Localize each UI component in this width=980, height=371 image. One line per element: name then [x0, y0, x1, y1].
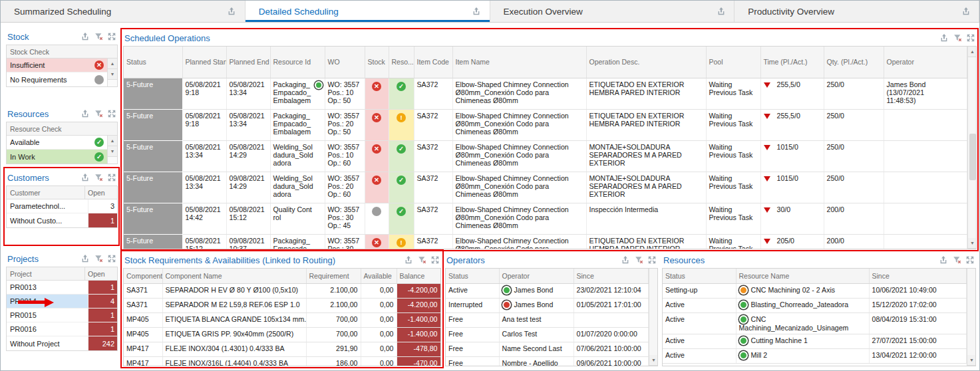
operator-row[interactable]: FreeNombre - Apellido09/06/2021 10:00:00 [446, 356, 648, 366]
operator-row[interactable]: InterruptedJames Bond01/05/2021 17:01:00 [446, 298, 648, 312]
customer-row[interactable]: Parametechnol...3 [7, 199, 117, 213]
scheduled-operation-row[interactable]: 5-Future 05/08/2021 15:12 09/08/2021 10:… [124, 234, 967, 249]
operator-row[interactable]: ActiveJames Bond23/02/2021 12:10:04 [446, 283, 648, 298]
export-icon[interactable] [472, 7, 482, 17]
column-header[interactable]: Qty. (Pl./Act.) [824, 47, 884, 78]
scroll-down-icon[interactable]: ▼ [108, 69, 117, 80]
export-icon[interactable] [80, 254, 90, 264]
column-header[interactable]: Operation Desc. [586, 47, 706, 78]
scroll-down-icon[interactable]: ▼ [108, 146, 117, 157]
column-header[interactable]: Item Name [452, 47, 586, 78]
export-icon[interactable] [80, 173, 90, 183]
column-header[interactable]: Component Name [162, 269, 306, 283]
stock-requirement-row[interactable]: SA371SEPARADOR M E2 L59,8 REF.06 ESP 1.0… [124, 298, 440, 312]
export-icon[interactable] [80, 109, 90, 119]
filter-clear-icon[interactable] [93, 173, 103, 183]
stock-requirement-row[interactable]: MP405ETIQUETA GRIS PP. 90x40mm (2500/R)7… [124, 327, 440, 342]
expand-icon[interactable] [106, 32, 116, 42]
scrollbar[interactable]: ▼ [967, 269, 977, 366]
tab-detailed-scheduling[interactable]: Detailed Scheduling [245, 1, 490, 22]
export-icon[interactable] [80, 32, 90, 42]
tab-productivity-overview[interactable]: Productivity Overview [735, 1, 979, 22]
export-icon[interactable] [716, 7, 726, 17]
column-header[interactable]: Since [869, 269, 966, 283]
scheduled-operation-row[interactable]: 5-Future 05/08/2021 13:34 09/08/2021 14:… [124, 172, 967, 203]
expand-icon[interactable] [106, 109, 116, 119]
scroll-up-icon[interactable]: ▲ [968, 47, 977, 57]
scroll-down-icon[interactable]: ▼ [967, 355, 977, 366]
project-row[interactable]: Without Project242 [7, 336, 117, 350]
column-header[interactable]: Item Code [414, 47, 452, 78]
customer-column-header[interactable]: Customer [10, 189, 41, 197]
expand-icon[interactable] [965, 33, 975, 43]
stock-requirement-row[interactable]: MP405ETIQUETA BLANCA GRANDE 105x134 mm..… [124, 312, 440, 327]
resource-row[interactable]: ActiveCNC Machining_Mecanizado_Usinagem0… [663, 312, 966, 334]
stock-requirement-row[interactable]: MP417FLEJE INOX/304 (1.4301) 0.4/333 BA2… [124, 342, 440, 356]
resource-row[interactable]: ActiveCutting Machine 127/07/2021 15:00:… [663, 334, 966, 348]
column-header[interactable]: Component [124, 269, 162, 283]
scrollbar[interactable]: ▲ ▼ [107, 59, 117, 86]
column-header[interactable]: Operator [499, 269, 573, 283]
export-icon[interactable] [939, 33, 949, 43]
column-header[interactable]: Requirement [306, 269, 361, 283]
filter-clear-icon[interactable] [93, 109, 103, 119]
scrollbar[interactable]: ▲ ▼ [967, 47, 977, 249]
column-header[interactable]: Resource Name [736, 269, 869, 283]
column-header[interactable]: Planned End [226, 47, 270, 78]
scroll-up-icon[interactable]: ▲ [108, 136, 117, 146]
filter-clear-icon[interactable] [633, 255, 643, 265]
filter-clear-icon[interactable] [93, 254, 103, 264]
export-icon[interactable] [227, 7, 237, 17]
open-column-header[interactable]: Open [84, 267, 114, 280]
tab-execution-overview[interactable]: Execution Overview [490, 1, 735, 22]
column-header[interactable]: Stock [365, 47, 389, 78]
column-header[interactable]: Reso... [389, 47, 414, 78]
column-header[interactable]: Status [124, 47, 182, 78]
column-header[interactable]: Operator [884, 47, 967, 78]
scrollbar-thumb[interactable] [969, 134, 976, 180]
scheduled-operation-row[interactable]: 5-Future 05/08/2021 13:34 05/08/2021 14:… [124, 140, 967, 172]
scheduled-operation-row[interactable]: 5-Future 05/08/2021 14:42 05/08/2021 15:… [124, 203, 967, 234]
stock-requirement-row[interactable]: MP417FLEJE INOX/316L (1.4404) 0.4/333 BA… [124, 356, 440, 366]
column-header[interactable]: WO [325, 47, 365, 78]
filter-clear-icon[interactable] [416, 255, 426, 265]
column-header[interactable]: Pool [706, 47, 760, 78]
column-header[interactable]: Resource Id [270, 47, 325, 78]
resource-row[interactable]: ActiveMill 213/04/2021 12:00:00 [663, 348, 966, 363]
column-header[interactable]: Time (Pl./Act.) [760, 47, 824, 78]
open-column-header[interactable]: Open [84, 186, 114, 199]
stock-requirement-row[interactable]: SA371SEPARADOR H EV Ø 80 Y Ø100 (0,5x10)… [124, 283, 440, 298]
stock-check-row[interactable]: Insufficient [7, 59, 107, 72]
operator-row[interactable]: FreeCarlos Test01/07/2020 0:00:00 [446, 327, 648, 342]
operator-row[interactable]: FreeName Second Last07/06/2021 10:00:00 [446, 342, 648, 356]
expand-icon[interactable] [106, 254, 116, 264]
resource-check-row[interactable]: In Work [7, 150, 107, 164]
filter-clear-icon[interactable] [952, 33, 962, 43]
project-column-header[interactable]: Project [10, 270, 32, 278]
scrollbar[interactable]: ▼ [649, 269, 659, 366]
export-icon[interactable] [938, 255, 948, 265]
expand-icon[interactable] [106, 173, 116, 183]
tab-summarized-scheduling[interactable]: Summarized Scheduling [1, 1, 245, 22]
column-header[interactable]: Status [446, 269, 499, 283]
customer-row[interactable]: Without Custo...1 [7, 213, 117, 227]
column-header[interactable]: Since [573, 269, 648, 283]
column-header[interactable]: Status [663, 269, 736, 283]
scroll-up-icon[interactable]: ▲ [108, 59, 117, 69]
expand-icon[interactable] [430, 255, 440, 265]
scroll-down-icon[interactable]: ▼ [649, 355, 659, 366]
resource-row[interactable]: Setting-upCNC Machining 02 - 2 Axis10/06… [663, 283, 966, 298]
scheduled-operation-row[interactable]: 5-Future 05/08/2021 9:18 05/08/2021 13:3… [124, 78, 967, 109]
resource-check-row[interactable]: Available [7, 136, 107, 150]
expand-icon[interactable] [647, 255, 657, 265]
filter-clear-icon[interactable] [93, 32, 103, 42]
filter-clear-icon[interactable] [951, 255, 961, 265]
export-icon[interactable] [961, 7, 971, 17]
column-header[interactable]: Planned Start [182, 47, 226, 78]
project-row[interactable]: PR00161 [7, 322, 117, 336]
column-header[interactable]: Available [361, 269, 397, 283]
scheduled-operation-row[interactable]: 5-Future 05/08/2021 9:18 05/08/2021 13:3… [124, 109, 967, 140]
scrollbar[interactable]: ▲ ▼ [107, 136, 117, 164]
expand-icon[interactable] [965, 255, 975, 265]
export-icon[interactable] [403, 255, 413, 265]
